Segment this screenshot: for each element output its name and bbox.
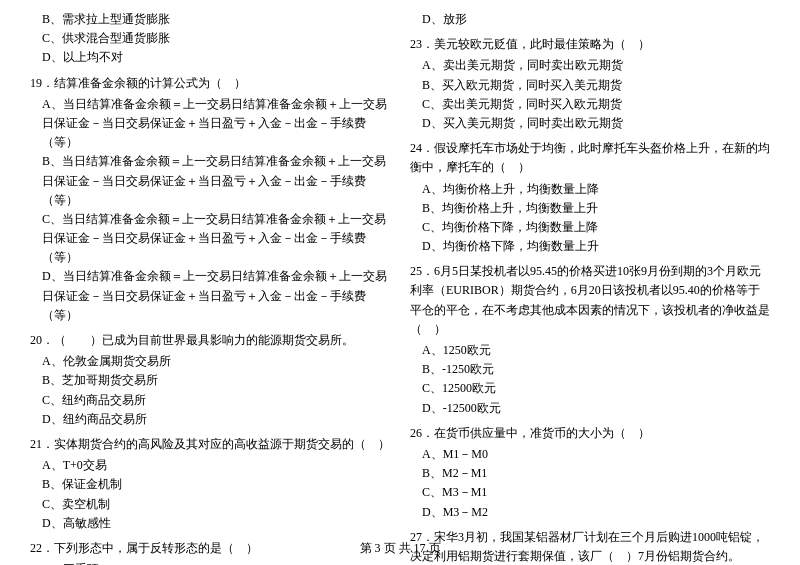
option-item: B、均衡价格上升，均衡数量上升 — [410, 199, 770, 218]
question-text: 24．假设摩托车市场处于均衡，此时摩托车头盔价格上升，在新的均衡中，摩托车的（ … — [410, 139, 770, 177]
option-item: D、纽约商品交易所 — [30, 410, 390, 429]
question-23: 23．美元较欧元贬值，此时最佳策略为（ ） A、卖出美元期货，同时卖出欧元期货 … — [410, 35, 770, 133]
option-item: D、放形 — [410, 10, 770, 29]
continuation-options: B、需求拉上型通货膨胀 C、供求混合型通货膨胀 D、以上均不对 — [30, 10, 390, 68]
question-19: 19．结算准备金余额的计算公式为（ ） A、当日结算准备金余额＝上一交易日结算准… — [30, 74, 390, 325]
option-item: B、买入欧元期货，同时买入美元期货 — [410, 76, 770, 95]
question-21: 21．实体期货合约的高风险及其对应的高收益源于期货交易的（ ） A、T+0交易 … — [30, 435, 390, 533]
option-item: B、当日结算准备金余额＝上一交易日结算准备金余额＋上一交易日保证金－当日交易保证… — [30, 152, 390, 210]
option-item: C、12500欧元 — [410, 379, 770, 398]
question-24: 24．假设摩托车市场处于均衡，此时摩托车头盔价格上升，在新的均衡中，摩托车的（ … — [410, 139, 770, 256]
option-item: D、-12500欧元 — [410, 399, 770, 418]
question-text: 21．实体期货合约的高风险及其对应的高收益源于期货交易的（ ） — [30, 435, 390, 454]
option-item: A、T+0交易 — [30, 456, 390, 475]
option-item: D、高敏感性 — [30, 514, 390, 533]
question-text: 25．6月5日某投机者以95.45的价格买进10张9月份到期的3个月欧元利率（E… — [410, 262, 770, 339]
option-item: C、M3－M1 — [410, 483, 770, 502]
two-column-layout: B、需求拉上型通货膨胀 C、供求混合型通货膨胀 D、以上均不对 19．结算准备金… — [30, 10, 770, 565]
option-item: C、均衡价格下降，均衡数量上降 — [410, 218, 770, 237]
option-item: C、卖空机制 — [30, 495, 390, 514]
question-26: 26．在货币供应量中，准货币的大小为（ ） A、M1－M0 B、M2－M1 C、… — [410, 424, 770, 522]
option-item: B、-1250欧元 — [410, 360, 770, 379]
question-text: 23．美元较欧元贬值，此时最佳策略为（ ） — [410, 35, 770, 54]
option-item: A、伦敦金属期货交易所 — [30, 352, 390, 371]
option-item: D、当日结算准备金余额＝上一交易日结算准备金余额＋上一交易日保证金－当日交易保证… — [30, 267, 390, 325]
option-item: B、M2－M1 — [410, 464, 770, 483]
option-item: D、M3－M2 — [410, 503, 770, 522]
option-item: A、三重顶 — [30, 560, 390, 565]
option-item: C、纽约商品交易所 — [30, 391, 390, 410]
option-item: A、卖出美元期货，同时卖出欧元期货 — [410, 56, 770, 75]
option-item: A、1250欧元 — [410, 341, 770, 360]
page-container: B、需求拉上型通货膨胀 C、供求混合型通货膨胀 D、以上均不对 19．结算准备金… — [0, 0, 800, 565]
left-column: B、需求拉上型通货膨胀 C、供求混合型通货膨胀 D、以上均不对 19．结算准备金… — [30, 10, 400, 565]
question-25: 25．6月5日某投机者以95.45的价格买进10张9月份到期的3个月欧元利率（E… — [410, 262, 770, 418]
option-item: D、以上均不对 — [30, 48, 390, 67]
option-item: C、供求混合型通货膨胀 — [30, 29, 390, 48]
option-item: A、当日结算准备金余额＝上一交易日结算准备金余额＋上一交易日保证金－当日交易保证… — [30, 95, 390, 153]
option-item: D、买入美元期货，同时卖出欧元期货 — [410, 114, 770, 133]
question-text: 20．（ ）已成为目前世界最具影响力的能源期货交易所。 — [30, 331, 390, 350]
option-item: B、芝加哥期货交易所 — [30, 371, 390, 390]
page-number: 第 3 页 共 17 页 — [360, 541, 441, 555]
option-item: C、当日结算准备金余额＝上一交易日结算准备金余额＋上一交易日保证金－当日交易保证… — [30, 210, 390, 268]
option-item: B、保证金机制 — [30, 475, 390, 494]
page-footer: 第 3 页 共 17 页 — [0, 540, 800, 557]
option-item: D、均衡价格下降，均衡数量上升 — [410, 237, 770, 256]
question-20: 20．（ ）已成为目前世界最具影响力的能源期货交易所。 A、伦敦金属期货交易所 … — [30, 331, 390, 429]
option-item: A、均衡价格上升，均衡数量上降 — [410, 180, 770, 199]
option-item: C、卖出美元期货，同时买入欧元期货 — [410, 95, 770, 114]
question-text: 19．结算准备金余额的计算公式为（ ） — [30, 74, 390, 93]
question-text: 26．在货币供应量中，准货币的大小为（ ） — [410, 424, 770, 443]
option-item: B、需求拉上型通货膨胀 — [30, 10, 390, 29]
option-item: A、M1－M0 — [410, 445, 770, 464]
continuation-d: D、放形 — [410, 10, 770, 29]
right-column: D、放形 23．美元较欧元贬值，此时最佳策略为（ ） A、卖出美元期货，同时卖出… — [400, 10, 770, 565]
